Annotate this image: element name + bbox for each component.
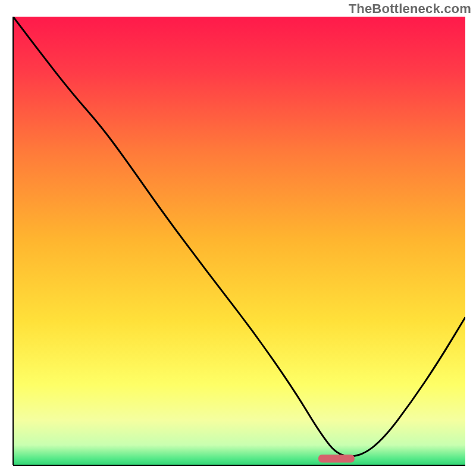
bottleneck-chart: [0, 0, 476, 476]
watermark-text: TheBottleneck.com: [349, 1, 471, 17]
optimal-marker: [318, 455, 355, 463]
gradient-background: [13, 17, 465, 465]
